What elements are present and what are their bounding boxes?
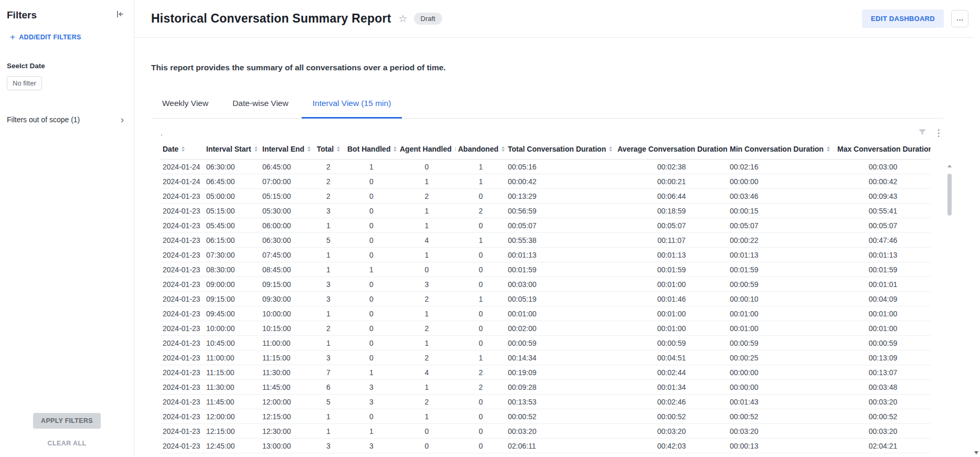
table-cell: 05:15:00	[260, 189, 312, 204]
table-cell: 00:00:25	[728, 350, 835, 365]
table-cell: 09:15:00	[260, 277, 312, 292]
table-cell: 3	[312, 277, 345, 292]
more-options-button[interactable]: ...	[951, 10, 968, 27]
table-cell: 2024-01-23	[161, 424, 204, 439]
table-cell: 12:00:00	[260, 395, 312, 409]
table-cell: 10:45:00	[204, 336, 260, 350]
sidebar-footer: APPLY FILTERS CLEAR ALL	[0, 413, 134, 448]
column-header-interval-end[interactable]: Interval End	[260, 142, 312, 160]
sort-icon[interactable]	[337, 146, 340, 152]
column-header-total[interactable]: Total	[312, 142, 345, 160]
table-row: 2024-01-2406:45:0007:00:00201100:00:4200…	[161, 174, 931, 189]
table-cell: 08:45:00	[260, 262, 312, 277]
table-cell: 0	[345, 321, 398, 336]
table-cell: 2	[456, 365, 506, 380]
column-header-agent-handled[interactable]: Agent Handled	[398, 142, 456, 160]
table-cell: 12:45:00	[204, 439, 260, 453]
table-cell: 00:55:41	[835, 204, 931, 218]
table-cell: 09:00:00	[204, 277, 260, 292]
table-scrollbar-thumb[interactable]	[947, 174, 952, 216]
table-cell: 00:01:00	[835, 321, 931, 336]
column-header-total-duration[interactable]: Total Conversation Duration	[506, 142, 615, 160]
ellipsis-icon: ...	[956, 13, 963, 22]
tab-date-wise-view[interactable]: Date-wise View	[221, 99, 300, 119]
table-menu-button[interactable]: ⋮	[934, 127, 943, 139]
table-row: 2024-01-2305:00:0005:15:00202000:13:2900…	[161, 189, 931, 204]
column-header-abandoned[interactable]: Abandoned	[456, 142, 506, 160]
add-edit-filters-button[interactable]: + ADD/EDIT FILTERS	[7, 33, 84, 41]
table-cell: 1	[456, 160, 506, 174]
filters-out-of-scope-row[interactable]: Filters out of scope (1) ›	[7, 115, 127, 124]
table-cell: 2024-01-23	[161, 321, 204, 336]
sort-icon[interactable]	[254, 146, 258, 152]
sort-icon[interactable]	[455, 146, 456, 152]
favorite-star-icon[interactable]: ☆	[399, 13, 408, 25]
table-cell: 2	[312, 174, 345, 189]
sort-icon[interactable]	[609, 146, 612, 152]
table-row: 2024-01-2306:15:0006:30:00504100:55:3800…	[161, 233, 931, 248]
table-cell: 0	[345, 233, 398, 248]
sort-icon[interactable]	[827, 146, 830, 152]
table-cell: 3	[398, 277, 456, 292]
table-cell: 00:02:16	[728, 160, 835, 174]
table-row: 2024-01-2311:45:0012:00:00532000:13:5300…	[161, 395, 931, 409]
tab-interval-view[interactable]: Interval View (15 min)	[302, 99, 402, 119]
table-filter-button[interactable]	[917, 127, 928, 139]
table-row: 2024-01-2309:45:0010:00:00101000:01:0000…	[161, 306, 931, 321]
column-header-min-duration[interactable]: Min Conversation Duration	[728, 142, 835, 160]
table-cell: 00:01:00	[506, 306, 615, 321]
table-cell: 00:00:52	[728, 409, 835, 424]
column-header-date[interactable]: Date	[161, 142, 204, 160]
table-cell: 5	[312, 395, 345, 409]
table-cell: 2024-01-23	[161, 409, 204, 424]
table-cell: 0	[456, 336, 506, 350]
table-row: 2024-01-2312:00:0012:15:00101000:00:5200…	[161, 409, 931, 424]
clear-all-button[interactable]: CLEAR ALL	[45, 439, 90, 448]
table-cell: 05:45:00	[204, 218, 260, 233]
table-cell: 06:30:00	[260, 233, 312, 248]
table-cell: 0	[345, 174, 398, 189]
filter-value-chip[interactable]: No filter	[7, 76, 42, 90]
table-cell: 00:01:13	[728, 248, 835, 262]
table-cell: 2024-01-23	[161, 262, 204, 277]
table-row: 2024-01-2309:15:0009:30:00302100:05:1900…	[161, 292, 931, 306]
table-cell: 5	[312, 233, 345, 248]
sort-icon[interactable]	[307, 146, 311, 152]
table-cell: 00:13:29	[506, 189, 615, 204]
table-cell: 1	[345, 365, 398, 380]
table-scrollbar[interactable]	[947, 165, 952, 457]
apply-filters-button[interactable]: APPLY FILTERS	[33, 413, 101, 429]
scrollbar-up-arrow-icon[interactable]	[947, 165, 952, 167]
table-cell: 00:02:46	[615, 395, 728, 409]
page-title: Historical Conversation Summary Report	[151, 12, 391, 26]
column-header-interval-start[interactable]: Interval Start	[204, 142, 260, 160]
page-scrollbar[interactable]	[973, 0, 980, 457]
table-cell: 0	[345, 350, 398, 365]
collapse-sidebar-button[interactable]	[114, 8, 125, 22]
table-cell: 11:15:00	[204, 365, 260, 380]
table-cell: 1	[312, 262, 345, 277]
scrollbar-down-arrow-icon[interactable]	[974, 451, 978, 454]
table-cell: 00:01:13	[506, 248, 615, 262]
table-row: 2024-01-2305:45:0006:00:00101000:05:0700…	[161, 218, 931, 233]
table-cell: 2024-01-23	[161, 380, 204, 395]
tab-weekly-view[interactable]: Weekly View	[151, 99, 219, 119]
column-header-max-duration[interactable]: Max Conversation Duration	[835, 142, 931, 160]
table-cell: 07:00:00	[260, 174, 312, 189]
edit-dashboard-button[interactable]: EDIT DASHBOARD	[862, 9, 944, 28]
sort-icon[interactable]	[502, 146, 505, 152]
app-window: Filters + ADD/EDIT FILTERS Seelct Date N…	[0, 0, 980, 457]
table-cell: 00:11:07	[615, 233, 728, 248]
sort-icon[interactable]	[182, 146, 185, 152]
sort-icon[interactable]	[393, 146, 397, 152]
table-row: 2024-01-2308:30:0008:45:00110000:01:5900…	[161, 262, 931, 277]
table-cell: 00:01:01	[835, 277, 931, 292]
column-header-average-duration[interactable]: Average Conversation Duration	[615, 142, 728, 160]
filters-title: Filters	[7, 9, 37, 21]
column-header-bot-handled[interactable]: Bot Handled	[345, 142, 398, 160]
table-cell: 12:15:00	[204, 424, 260, 439]
table-cell: 2024-01-23	[161, 204, 204, 218]
table-cell: 00:47:46	[835, 233, 931, 248]
table-cell: 0	[345, 292, 398, 306]
table-cell: 3	[312, 292, 345, 306]
